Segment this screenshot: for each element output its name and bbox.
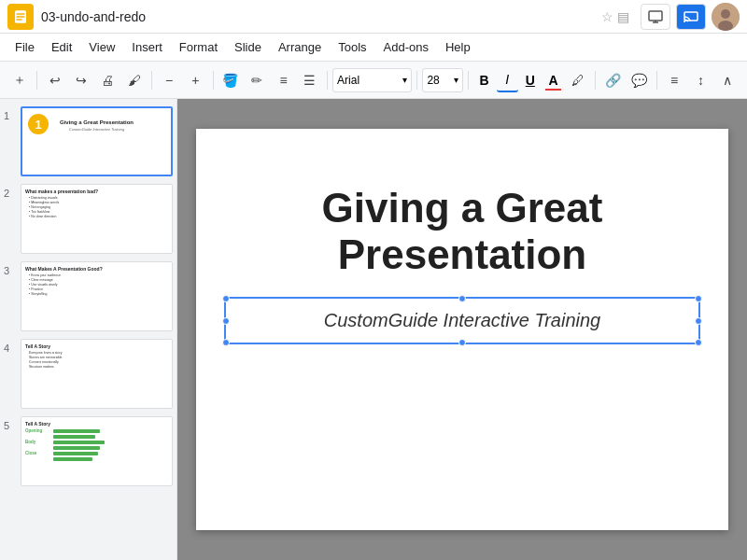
slide-item-2[interactable]: 2 What makes a presentation bad? • Distr… — [4, 184, 173, 254]
sep4 — [327, 71, 328, 90]
slide2-line5: • No clear direction — [25, 215, 168, 218]
cast-button[interactable] — [676, 4, 706, 30]
menu-arrange[interactable]: Arrange — [271, 36, 329, 58]
size-select[interactable]: 28 ▾ — [422, 68, 463, 92]
slide-thumb-3[interactable]: What Makes A Presentation Good? • Know y… — [21, 261, 173, 331]
menu-tools[interactable]: Tools — [331, 36, 374, 58]
zoom-out-button[interactable]: − — [157, 67, 181, 93]
slide3-heading: What Makes A Presentation Good? — [25, 266, 168, 272]
menu-help[interactable]: Help — [438, 36, 478, 58]
menu-slide[interactable]: Slide — [227, 36, 269, 58]
slide5-opening-row2: - — [25, 434, 168, 439]
slide5-body-label: Body — [25, 440, 51, 444]
menu-insert[interactable]: Insert — [124, 36, 170, 58]
svg-point-6 — [684, 21, 685, 22]
slide-item-1[interactable]: 1 1 Giving a Great Presentation CustomGu… — [4, 106, 173, 176]
slide-thumb-4[interactable]: Tell A Story Everyone loves a story Stor… — [21, 339, 173, 409]
slide5-body-row2: - — [25, 445, 168, 450]
menu-addons[interactable]: Add-ons — [376, 36, 436, 58]
slide-subtitle-text: CustomGuide Interactive Training — [235, 310, 689, 331]
bold-button[interactable]: B — [473, 68, 495, 92]
handle-bc[interactable] — [458, 339, 466, 346]
star-icon[interactable]: ☆ — [601, 9, 613, 24]
slide-main-title: Giving a Great Presentation — [224, 185, 700, 278]
slide5-close-bar2 — [53, 457, 92, 461]
slide3-line5: • Storytelling — [25, 292, 168, 296]
handle-tr[interactable] — [695, 295, 702, 302]
highlight-button[interactable]: 🖊 — [566, 67, 590, 93]
slide5-opening-bar1 — [53, 429, 100, 433]
slide2-line3: • Not engaging — [25, 205, 168, 209]
menu-file[interactable]: File — [7, 36, 42, 58]
slide4-line4: Structure matters — [25, 365, 168, 369]
slide2-line1: • Distracting visuals — [25, 196, 168, 200]
handle-br[interactable] — [695, 339, 702, 346]
svg-rect-4 — [649, 11, 662, 21]
handle-tl[interactable] — [222, 295, 230, 302]
slide-thumb-1[interactable]: 1 Giving a Great Presentation CustomGuid… — [21, 106, 173, 176]
size-dropdown-icon: ▾ — [454, 75, 458, 85]
handle-tc[interactable] — [458, 295, 466, 302]
slide5-body-bar2 — [53, 446, 100, 450]
sep2 — [151, 71, 152, 90]
paint-bucket-button[interactable]: 🪣 — [218, 67, 243, 93]
line-spacing-button[interactable]: ↕ — [688, 67, 712, 93]
sep6 — [468, 71, 469, 90]
text-align-button[interactable]: ≡ — [662, 67, 686, 93]
slide2-line2: • Meaningless words — [25, 201, 168, 204]
handle-mr[interactable] — [695, 317, 702, 325]
menu-view[interactable]: View — [81, 36, 122, 58]
slide5-close-bar1 — [53, 452, 98, 455]
slide-num-1: 1 — [4, 106, 21, 121]
slide5-body-row: Body — [25, 440, 168, 444]
undo-button[interactable]: ↩ — [42, 67, 66, 93]
menu-edit[interactable]: Edit — [44, 36, 79, 58]
handle-bl[interactable] — [222, 339, 230, 346]
slide-item-4[interactable]: 4 Tell A Story Everyone loves a story St… — [4, 339, 173, 409]
file-title: 03-undo-and-redo — [41, 9, 598, 24]
pencil-button[interactable]: ✏ — [245, 67, 269, 93]
folder-icon[interactable]: ▤ — [617, 9, 629, 24]
menu-format[interactable]: Format — [172, 36, 225, 58]
svg-rect-2 — [17, 16, 25, 18]
font-select[interactable]: Arial ▾ — [332, 68, 412, 92]
canvas-area: Giving a Great Presentation CustomGuide … — [177, 99, 747, 560]
menu-bar: File Edit View Insert Format Slide Arran… — [0, 34, 747, 62]
slide-badge-1: 1 — [28, 114, 49, 134]
sep7 — [595, 71, 596, 90]
font-dropdown-icon: ▾ — [402, 75, 407, 85]
text-color-button[interactable]: A — [543, 68, 564, 92]
title-actions — [641, 3, 740, 31]
align-left-button[interactable]: ≡ — [271, 67, 295, 93]
link-button[interactable]: 🔗 — [600, 67, 625, 93]
handle-ml[interactable] — [222, 317, 230, 325]
slide-thumb-5[interactable]: Tell A Story Opening - Body - — [21, 416, 173, 486]
present-button[interactable] — [641, 4, 670, 30]
slide2-heading: What makes a presentation bad? — [25, 189, 168, 194]
slide-subtitle-box[interactable]: CustomGuide Interactive Training — [224, 297, 700, 344]
app-icon — [7, 4, 34, 30]
redo-button[interactable]: ↪ — [69, 67, 93, 93]
slide-item-3[interactable]: 3 What Makes A Presentation Good? • Know… — [4, 261, 173, 331]
zoom-in-button[interactable]: + — [183, 67, 207, 93]
slide-thumb-2[interactable]: What makes a presentation bad? • Distrac… — [21, 184, 173, 254]
svg-rect-1 — [17, 13, 25, 15]
underline-button[interactable]: U — [520, 68, 542, 92]
svg-point-8 — [721, 9, 730, 19]
add-button[interactable]: ＋ — [7, 67, 32, 93]
italic-button[interactable]: I — [497, 68, 518, 92]
slide3-line1: • Know your audience — [25, 273, 168, 277]
slide3-line3: • Use visuals wisely — [25, 283, 168, 287]
print-button[interactable]: 🖨 — [95, 67, 120, 93]
paint-format-button[interactable]: 🖌 — [122, 67, 147, 93]
avatar[interactable] — [712, 3, 740, 31]
slide-canvas[interactable]: Giving a Great Presentation CustomGuide … — [196, 129, 728, 530]
slide2-line4: • Too fast/slow — [25, 210, 168, 214]
list-button[interactable]: ☰ — [298, 67, 322, 93]
collapse-toolbar-button[interactable]: ∧ — [715, 67, 740, 93]
slide4-line3: Connect emotionally — [25, 360, 168, 364]
slide3-line4: • Practice — [25, 287, 168, 291]
slide5-close-label: Close — [25, 451, 51, 455]
slide-item-5[interactable]: 5 Tell A Story Opening - Body - — [4, 416, 173, 486]
comment-button[interactable]: 💬 — [627, 67, 651, 93]
